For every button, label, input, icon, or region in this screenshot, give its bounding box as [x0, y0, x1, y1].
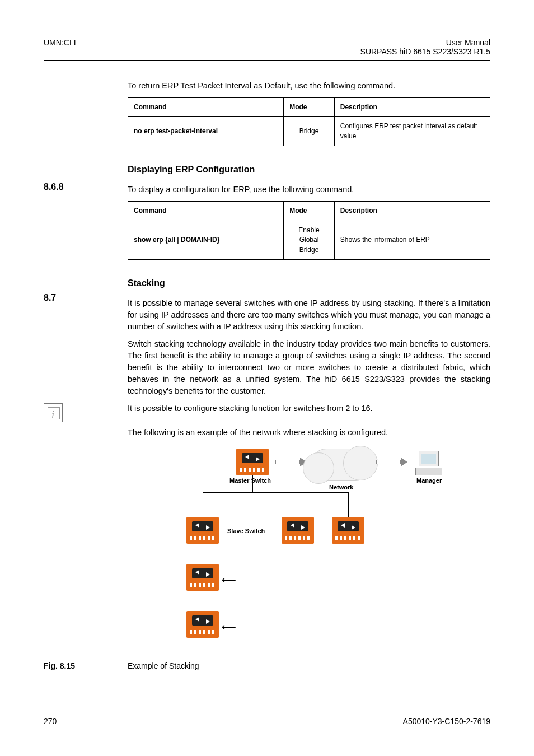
para-default-intro: To return ERP Test Packet Interval as De…	[128, 80, 490, 92]
table-default-erp: Command Mode Description no erp test-pac…	[128, 97, 490, 146]
header-left: UMN:CLI	[44, 38, 76, 56]
table-row: show erp {all | DOMAIN-ID} Enable Global…	[128, 221, 490, 259]
stacking-p2: Switch stacking technology available in …	[128, 338, 490, 397]
mode-text: Bridge	[284, 117, 335, 146]
label-manager: Manager	[416, 477, 442, 486]
doc-id: A50010-Y3-C150-2-7619	[403, 717, 490, 726]
info-icon	[44, 403, 63, 422]
ellipsis-icon: ⟵	[222, 573, 236, 587]
stacking-diagram: Master Switch Network Manager Slave Swit…	[163, 449, 455, 656]
figure-caption: Example of Stacking	[128, 660, 199, 671]
slave-switch-icon	[186, 564, 219, 591]
th-mode: Mode	[284, 202, 335, 221]
slave-switch-icon	[332, 517, 364, 544]
master-switch-icon	[236, 449, 269, 475]
table-row: no erp test-packet-interval Bridge Confi…	[128, 117, 490, 146]
mode-text: Enable Global Bridge	[284, 221, 335, 259]
link-line	[203, 492, 203, 517]
th-command: Command	[128, 202, 284, 221]
cmd-text: no erp test-packet-interval	[134, 127, 218, 135]
slave-switch-icon	[186, 611, 219, 638]
header-right-1: User Manual	[360, 38, 490, 47]
manager-pc-icon	[415, 451, 442, 475]
ellipsis-icon: ⟵	[222, 620, 236, 634]
mode-l3: Bridge	[289, 245, 329, 255]
th-desc: Description	[334, 202, 490, 221]
link-line	[203, 544, 203, 564]
network-cloud-icon	[310, 449, 372, 481]
link-line	[203, 591, 203, 611]
mode-l2: Global	[289, 235, 329, 245]
para-display: To display a configuration for ERP, use …	[128, 184, 490, 195]
section-title-display: Displaying ERP Configuration	[128, 163, 490, 176]
mode-l1: Enable	[289, 226, 329, 235]
table-show-erp: Command Mode Description show erp {all |…	[128, 201, 490, 260]
cmd-text: show erp {all | DOMAIN-ID}	[134, 236, 219, 244]
header-right-2: SURPASS hiD 6615 S223/S323 R1.5	[360, 47, 490, 56]
slave-switch-icon	[282, 517, 314, 544]
link-line	[203, 492, 348, 493]
section-number-display: 8.6.8	[44, 180, 116, 193]
th-desc: Description	[334, 98, 490, 117]
figure-label: Fig. 8.15	[44, 660, 128, 671]
header-rule	[44, 60, 490, 61]
section-title-stacking: Stacking	[128, 277, 490, 290]
section-number-stacking: 8.7	[44, 291, 116, 304]
link-line	[348, 492, 349, 517]
link-line	[252, 475, 253, 492]
stacking-p1: It is possible to manage several switche…	[128, 297, 490, 333]
stacking-note: It is possible to configure stacking fun…	[128, 403, 490, 414]
slave-switch-icon	[186, 517, 219, 544]
page-number: 270	[44, 717, 57, 726]
th-command: Command	[128, 98, 284, 117]
desc-text: Shows the information of ERP	[334, 221, 490, 259]
arrow-icon	[275, 458, 307, 466]
link-line	[298, 492, 298, 517]
arrow-icon	[376, 458, 407, 466]
label-master: Master Switch	[229, 477, 271, 486]
stacking-p3: The following is an example of the netwo…	[128, 427, 490, 438]
th-mode: Mode	[284, 98, 335, 117]
label-network: Network	[329, 483, 353, 492]
desc-text: Configures ERP test packet interval as d…	[334, 117, 490, 146]
label-slave: Slave Switch	[227, 527, 265, 536]
